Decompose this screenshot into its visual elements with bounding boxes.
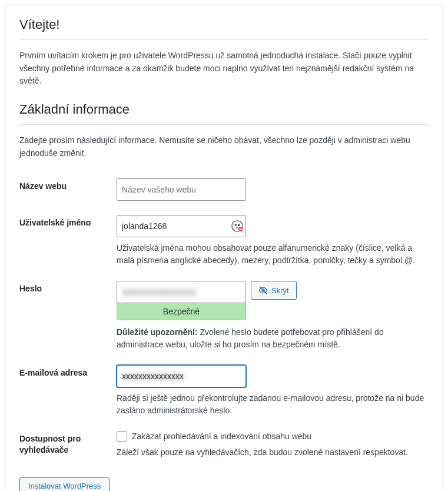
- hide-password-button[interactable]: Skrýt: [251, 281, 297, 300]
- email-help: Raději si ještě jednou překontrolujte za…: [117, 392, 429, 417]
- password-label: Heslo: [19, 284, 42, 293]
- hide-password-label: Skrýt: [271, 286, 289, 295]
- svg-point-2: [238, 224, 240, 227]
- divider: [19, 39, 429, 40]
- privacy-checkbox[interactable]: [117, 431, 127, 442]
- password-strength: Bezpečné: [117, 303, 246, 320]
- username-label: Uživatelské jméno: [19, 218, 91, 227]
- privacy-label: Dostupnost pro vyhledávače: [19, 434, 81, 454]
- section-lead: Zadejte prosím následující informace. Ne…: [19, 134, 429, 160]
- password-note: Důležité upozornění: Zvolené heslo budet…: [117, 326, 429, 351]
- form-table: Název webu Uživatelské jméno: [19, 172, 429, 467]
- username-input[interactable]: [117, 215, 246, 237]
- divider: [19, 124, 429, 125]
- password-manager-icon[interactable]: [231, 220, 244, 233]
- install-form: Vítejte! Prvním uvítacím krokem je pro u…: [5, 5, 443, 491]
- email-input[interactable]: [117, 365, 246, 387]
- email-label: E-mailová adresa: [19, 368, 87, 377]
- svg-point-1: [234, 224, 237, 227]
- privacy-help: Záleží však pouze na vyhledávačích, zda …: [117, 446, 429, 459]
- eye-slash-icon: [258, 286, 268, 295]
- welcome-heading: Vítejte!: [19, 17, 429, 32]
- privacy-checkbox-label: Zakázat prohledávání a indexování obsahu…: [132, 432, 311, 441]
- username-help: Uživatelská jména mohou obsahovat pouze …: [117, 242, 429, 267]
- site-title-label: Název webu: [19, 181, 67, 191]
- password-input[interactable]: [117, 281, 246, 303]
- password-note-strong: Důležité upozornění:: [117, 327, 198, 337]
- site-title-input[interactable]: [117, 178, 246, 201]
- section-heading: Základní informace: [19, 102, 429, 117]
- install-button[interactable]: Instalovat WordPress: [19, 477, 109, 491]
- welcome-intro: Prvním uvítacím krokem je pro uživatele …: [19, 49, 429, 88]
